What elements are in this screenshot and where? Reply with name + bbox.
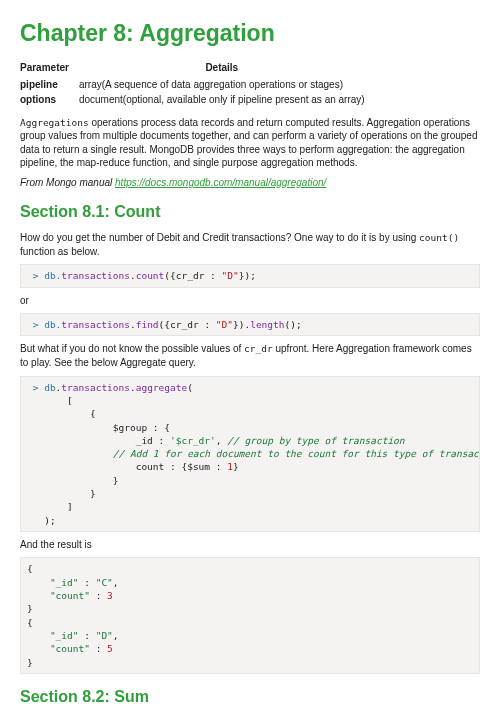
manual-link[interactable]: https://docs.mongodb.com/manual/aggregat… (115, 177, 326, 188)
s81-p1: How do you get the number of Debit and C… (20, 231, 480, 258)
tok: : (204, 270, 221, 281)
tok: { (27, 408, 96, 419)
tok: "count" (27, 590, 90, 601)
tok: : { (147, 422, 170, 433)
tok: } (27, 488, 96, 499)
manual-reference: From Mongo manual https://docs.mongodb.c… (20, 176, 480, 190)
s81-p1-b: function as below. (20, 246, 100, 257)
param-name-pipeline: pipeline (20, 77, 79, 93)
tok: } (27, 603, 33, 614)
tok: ] (27, 501, 73, 512)
tok: count (136, 270, 165, 281)
code-aggregate: > db.transactions.aggregate( [ { $group … (20, 376, 480, 532)
intro-paragraph: Aggregations operations process data rec… (20, 116, 480, 170)
tok: _id (27, 435, 153, 446)
tok: ({ (164, 270, 175, 281)
tok: // group by type of transaction (227, 435, 404, 446)
tok: count (27, 461, 164, 472)
tok: { (27, 617, 33, 628)
code-count: > db.transactions.count({cr_dr : "D"}); (20, 264, 480, 287)
s81-p2: But what if you do not know the possible… (20, 342, 480, 369)
tok: find (136, 319, 159, 330)
tok: "_id" (27, 577, 78, 588)
tok: 3 (107, 590, 113, 601)
tok: "_id" (27, 630, 78, 641)
tok: $sum (187, 461, 210, 472)
tok: } (27, 657, 33, 668)
tok: 5 (107, 643, 113, 654)
parameters-table: Parameter Details pipeline array(A seque… (20, 59, 375, 108)
s81-p2-mono: cr_dr (244, 343, 273, 354)
tok: length (250, 319, 284, 330)
tok: > db. (27, 319, 61, 330)
tok: : (90, 590, 107, 601)
tok: [ (27, 395, 73, 406)
tok: , (216, 435, 227, 446)
s81-p1-mono: count() (419, 232, 459, 243)
code-find-length: > db.transactions.find({cr_dr : "D"}).le… (20, 313, 480, 336)
chapter-title: Chapter 8: Aggregation (20, 18, 480, 49)
tok: : (210, 461, 227, 472)
count-fn-text: count() (419, 232, 459, 243)
tok: transactions (61, 270, 130, 281)
manual-prefix: From Mongo manual (20, 177, 115, 188)
tok: cr_dr (170, 319, 199, 330)
table-row: pipeline array(A sequence of data aggreg… (20, 77, 375, 93)
param-details-pipeline: array(A sequence of data aggregation ope… (79, 77, 375, 93)
params-header-parameter: Parameter (20, 59, 79, 77)
tok: $group (27, 422, 147, 433)
tok: , (113, 577, 119, 588)
tok: cr_dr (176, 270, 205, 281)
table-row: options document(optional, available onl… (20, 92, 375, 108)
tok: (); (285, 319, 302, 330)
tok: "D" (222, 270, 239, 281)
tok: : { (164, 461, 187, 472)
code-result: { "_id" : "C", "count" : 3 } { "_id" : "… (20, 557, 480, 673)
tok: transactions (61, 319, 130, 330)
tok: "C" (96, 577, 113, 588)
section-8-2-heading: Section 8.2: Sum (20, 686, 480, 707)
tok: transactions (61, 382, 130, 393)
tok: : (78, 630, 95, 641)
tok: : (78, 577, 95, 588)
tok: : (153, 435, 170, 446)
s81-result-label: And the result is (20, 538, 480, 552)
s81-p2-a: But what if you do not know the possible… (20, 343, 244, 354)
tok: : (90, 643, 107, 654)
tok: ({ (159, 319, 170, 330)
s81-p1-a: How do you get the number of Debit and C… (20, 232, 419, 243)
tok: } (233, 461, 239, 472)
tok: "D" (216, 319, 233, 330)
tok: ( (187, 382, 193, 393)
tok: // Add 1 for each document to the count … (27, 448, 480, 459)
tok: }). (233, 319, 250, 330)
intro-lead-mono: Aggregations (20, 117, 89, 128)
tok: { (27, 563, 33, 574)
intro-lead-rest: operations process data records and retu… (20, 117, 478, 169)
params-header-details: Details (79, 59, 375, 77)
tok: > db. (27, 270, 61, 281)
tok: } (27, 475, 119, 486)
tok: : (199, 319, 216, 330)
tok: "count" (27, 643, 90, 654)
param-name-options: options (20, 92, 79, 108)
tok: "D" (96, 630, 113, 641)
section-8-1-heading: Section 8.1: Count (20, 201, 480, 223)
tok: aggregate (136, 382, 187, 393)
param-details-options: document(optional, available only if pip… (79, 92, 375, 108)
tok: ); (27, 515, 56, 526)
s81-or: or (20, 294, 480, 308)
tok: '$cr_dr' (170, 435, 216, 446)
tok: , (113, 630, 119, 641)
tok: > db (27, 382, 56, 393)
tok: }); (239, 270, 256, 281)
